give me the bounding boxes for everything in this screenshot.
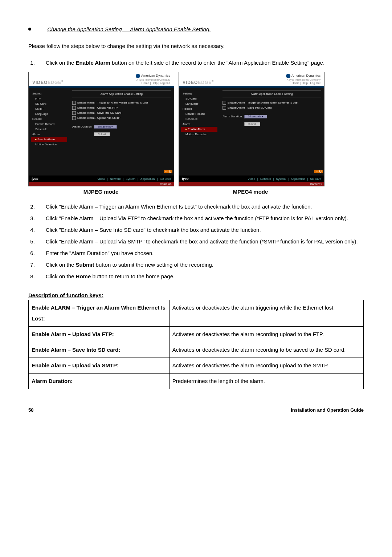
sidebar-item[interactable]: Enable Record	[31, 122, 67, 127]
sidebar-item[interactable]: Enable Record	[181, 112, 217, 117]
sidebar-item[interactable]: Motion Detection	[181, 132, 217, 137]
nav-separator: |	[257, 177, 258, 181]
function-key-desc: Activates or deactivates the alarm trigg…	[169, 300, 363, 327]
mjpeg-screenshot: VIDEOEDGE®American DynamicsA Tyco Intern…	[28, 72, 174, 187]
nav-link[interactable]: System	[276, 177, 286, 181]
checkbox-label: Enable Alarm - Save Into SD Card	[228, 106, 271, 109]
checkbox-icon[interactable]	[72, 111, 76, 115]
nav-separator: |	[288, 177, 289, 181]
sidebar-item[interactable]: SD Card	[181, 96, 217, 101]
sidebar-item[interactable]: Alarm	[31, 132, 67, 137]
screenshot-captions: MJPEG mode MPEG4 mode	[28, 189, 364, 195]
nav-link[interactable]: Video	[248, 177, 255, 181]
sidebar-item[interactable]: ▸ Enable Alarm	[181, 127, 217, 132]
steps-list-top: Click on the Enable Alarm button on the …	[28, 57, 364, 68]
sidebar: SettingFTPSD CardSMTPLanguageRecordEnabl…	[29, 88, 69, 175]
bottom-nav: tycoVideo|Network|System|Application|SD …	[179, 175, 324, 182]
tyco-logo: tyco	[182, 177, 189, 181]
nav-link[interactable]: SD Card	[160, 177, 171, 181]
vendor-block: American DynamicsA Tyco International Co…	[286, 74, 320, 85]
nav-link[interactable]: Network	[260, 177, 271, 181]
nav-link[interactable]: SD Card	[310, 177, 321, 181]
checkbox-icon[interactable]	[72, 101, 76, 105]
function-key-name: Enable ALARM – Trigger an Alarm When Eth…	[29, 300, 170, 327]
nav-link[interactable]: Application	[140, 177, 155, 181]
checkbox-row[interactable]: Enable Alarm - Trigger an Alarm When Eth…	[72, 100, 171, 105]
bullet-icon	[28, 28, 31, 31]
checkbox-label: Enable Alarm - Save Into SD Card	[77, 111, 121, 114]
main-panel: Alarm Application Enable SettingEnable A…	[220, 88, 324, 175]
duration-label: Alarm Duration:	[72, 125, 93, 128]
checkbox-icon[interactable]	[72, 106, 76, 110]
nav-separator: |	[273, 177, 274, 181]
camera-bar: Camera1	[179, 182, 324, 186]
duration-select[interactable]: 30 seconds ▾	[94, 125, 117, 129]
panel-title: Alarm Application Enable Setting	[72, 90, 171, 97]
section-heading: Change the Application Setting — Alarm A…	[28, 25, 364, 32]
sidebar-item[interactable]: Record	[181, 106, 217, 112]
duration-row: Alarm Duration:30 seconds ▾	[222, 114, 321, 119]
step-item: Click "Enable Alarm – Save Into SD card"…	[36, 225, 364, 235]
function-key-desc: Activates or deactivates the alarm recor…	[169, 358, 363, 374]
table-row: Enable ALARM – Trigger an Alarm When Eth…	[29, 300, 364, 327]
sidebar-item[interactable]: Schedule	[31, 127, 67, 132]
function-key-desc: Activates or deactivates the alarm recor…	[169, 342, 363, 358]
sidebar-item[interactable]: Schedule	[181, 117, 217, 122]
checkbox-label: Enable Alarm - Upload Via SMTP	[77, 116, 120, 120]
function-keys-table: Enable ALARM – Trigger an Alarm When Eth…	[28, 300, 364, 389]
step-item: Click "Enable Alarm – Upload Via FTP" to…	[36, 213, 364, 224]
panel-title: Alarm Application Enable Setting	[222, 90, 321, 97]
table-row: Enable Alarm – Save Into SD card:Activat…	[29, 342, 364, 358]
brand-logo: VIDEOEDGE®	[183, 80, 214, 85]
camera-bar: Camera1	[29, 182, 174, 186]
sidebar-item[interactable]: Record	[31, 117, 67, 122]
nav-link[interactable]: Network	[110, 177, 121, 181]
submit-button[interactable]: Submit	[244, 122, 260, 126]
header-links[interactable]: Home | Help | Log Out	[142, 81, 170, 85]
sidebar-item[interactable]: Language	[31, 112, 67, 117]
sidebar-item[interactable]: FTP	[31, 96, 67, 101]
nav-link[interactable]: Application	[291, 177, 305, 181]
header-links[interactable]: Home | Help | Log Out	[292, 81, 320, 85]
mpeg4-screenshot: VIDEOEDGE®American DynamicsA Tyco Intern…	[179, 72, 324, 187]
submit-button[interactable]: Submit	[94, 132, 110, 136]
nav-link[interactable]: System	[126, 177, 135, 181]
step-item: Enter the "Alarm Duration" you have chos…	[36, 248, 364, 259]
sidebar-item[interactable]: Setting	[31, 91, 67, 96]
checkbox-row[interactable]: Enable Alarm - Save Into SD Card	[72, 110, 171, 116]
tyco-logo: tyco	[32, 177, 38, 181]
duration-label: Alarm Duration:	[222, 115, 243, 118]
checkbox-label: Enable Alarm - Trigger an Alarm When Eth…	[228, 101, 298, 104]
mjpeg-caption: MJPEG mode	[28, 189, 173, 195]
orange-tab-icon[interactable]: ← U	[314, 170, 323, 173]
duration-select[interactable]: 30 seconds ▾	[244, 115, 268, 118]
sidebar-item[interactable]: Motion Detection	[31, 142, 67, 147]
sidebar-item[interactable]: SD Card	[31, 101, 67, 106]
checkbox-icon[interactable]	[222, 106, 226, 110]
checkbox-label: Enable Alarm - Upload Via FTP	[77, 106, 118, 109]
screenshots-row: VIDEOEDGE®American DynamicsA Tyco Intern…	[28, 72, 364, 187]
checkbox-row[interactable]: Enable Alarm - Trigger an Alarm When Eth…	[222, 100, 321, 105]
sidebar-item[interactable]: Alarm	[181, 122, 217, 127]
nav-separator: |	[123, 177, 123, 181]
nav-link[interactable]: Video	[98, 177, 105, 181]
sidebar-item[interactable]: ▸ Enable Alarm	[31, 137, 67, 142]
sidebar-item[interactable]: SMTP	[31, 106, 67, 112]
page-footer: 58 Installation and Operation Guide	[28, 407, 364, 413]
step-item: Click "Enable Alarm – Upload Via SMTP" t…	[36, 236, 364, 247]
main-panel: Alarm Application Enable SettingEnable A…	[69, 88, 174, 175]
nav-separator: |	[157, 177, 158, 181]
function-key-name: Enable Alarm – Upload Via SMTP:	[29, 358, 170, 374]
function-key-name: Enable Alarm – Save Into SD card:	[29, 342, 170, 358]
checkbox-icon[interactable]	[222, 101, 226, 105]
checkbox-icon[interactable]	[72, 116, 76, 120]
checkbox-row[interactable]: Enable Alarm - Upload Via SMTP	[72, 116, 171, 121]
sidebar-item[interactable]: Setting	[181, 91, 217, 96]
orange-tab-icon[interactable]: ← U	[164, 170, 172, 173]
function-key-name: Alarm Duration:	[29, 374, 170, 389]
mpeg4-caption: MPEG4 mode	[178, 189, 323, 195]
checkbox-row[interactable]: Enable Alarm - Upload Via FTP	[72, 105, 171, 110]
checkbox-row[interactable]: Enable Alarm - Save Into SD Card	[222, 105, 321, 110]
sidebar-item[interactable]: Language	[181, 101, 217, 106]
section-heading-text: Change the Application Setting — Alarm A…	[47, 26, 211, 32]
